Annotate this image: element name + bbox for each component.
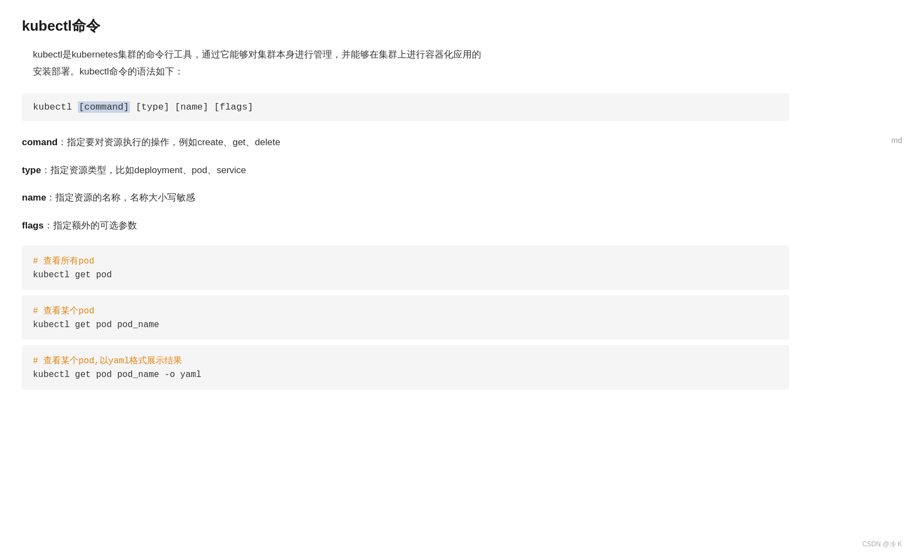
param-name-type: type xyxy=(22,165,41,175)
param-comand: comand：指定要对资源执行的操作，例如create、get、delete xyxy=(22,134,789,151)
description: kubectl是kubernetes集群的命令行工具，通过它能够对集群本身进行管… xyxy=(22,47,789,80)
description-line2: 安装部署。kubectl命令的语法如下： xyxy=(33,66,184,77)
param-separator-flags: ： xyxy=(44,220,53,231)
param-name-comand: comand xyxy=(22,137,58,147)
param-desc-name: 指定资源的名称，名称大小写敏感 xyxy=(55,192,195,203)
code-command-1: kubectl get pod xyxy=(33,270,778,280)
code-example-1: # 查看所有pod kubectl get pod xyxy=(22,245,789,290)
param-name-flags: flags xyxy=(22,220,44,231)
param-separator-type: ： xyxy=(41,165,50,175)
code-example-3: # 查看某个pod,以yaml格式展示结果 kubectl get pod po… xyxy=(22,345,789,390)
param-desc-comand: 指定要对资源执行的操作，例如create、get、delete xyxy=(67,137,280,147)
md-badge: md xyxy=(892,136,902,145)
code-command-3: kubectl get pod pod_name -o yaml xyxy=(33,370,778,380)
param-desc-flags: 指定额外的可选参数 xyxy=(53,220,137,231)
syntax-command-highlight: [command] xyxy=(78,101,130,113)
param-separator-name: ： xyxy=(46,192,55,203)
code-comment-2: # 查看某个pod xyxy=(33,305,778,317)
param-flags: flags：指定额外的可选参数 xyxy=(22,218,789,235)
code-comment-3: # 查看某个pod,以yaml格式展示结果 xyxy=(33,355,778,367)
csdn-badge: CSDN @冷 K xyxy=(862,540,902,549)
page-title: kubectl命令 xyxy=(22,16,902,36)
syntax-kubectl: kubectl xyxy=(33,102,78,112)
param-name-name: name xyxy=(22,192,46,203)
code-comment-1: # 查看所有pod xyxy=(33,255,778,267)
description-line1: kubectl是kubernetes集群的命令行工具，通过它能够对集群本身进行管… xyxy=(33,49,481,60)
param-name: name：指定资源的名称，名称大小写敏感 xyxy=(22,190,789,207)
code-command-2: kubectl get pod pod_name xyxy=(33,320,778,330)
param-desc-type: 指定资源类型，比如deployment、pod、service xyxy=(50,165,246,175)
param-type: type：指定资源类型，比如deployment、pod、service xyxy=(22,162,789,179)
param-separator-comand: ： xyxy=(58,137,67,147)
syntax-rest: [type] [name] [flags] xyxy=(130,102,253,112)
code-example-2: # 查看某个pod kubectl get pod pod_name xyxy=(22,295,789,340)
syntax-code-block: kubectl [command] [type] [name] [flags] xyxy=(22,93,789,121)
